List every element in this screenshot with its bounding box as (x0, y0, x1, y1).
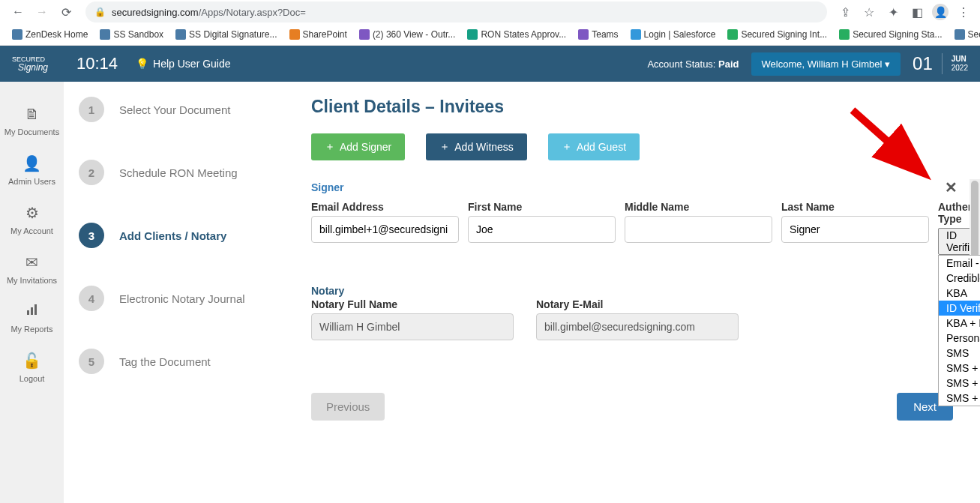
logo[interactable]: SECUREDSigning (12, 52, 64, 75)
notary-name-input (311, 313, 514, 340)
middle-name-input[interactable] (625, 216, 772, 243)
unlock-icon: 🔓 (22, 352, 41, 370)
nav-my-invitations[interactable]: ✉My Invitations (0, 244, 64, 294)
svg-rect-3 (31, 307, 33, 315)
plus-icon: ＋ (325, 140, 335, 154)
profile-avatar[interactable]: 👤 (932, 4, 949, 20)
bookmark-item[interactable]: Secured Signing Sta... (835, 28, 946, 41)
previous-button[interactable]: Previous (311, 393, 385, 421)
nav-my-reports[interactable]: My Reports (0, 294, 64, 343)
dropdown-option[interactable]: SMS + KBA + ID Verification (939, 391, 980, 406)
dropdown-option[interactable]: SMS (939, 346, 980, 361)
envelope-icon: ✉ (25, 253, 38, 271)
extensions-icon[interactable]: ✦ (884, 3, 902, 21)
nav-my-account[interactable]: ⚙My Account (0, 195, 64, 244)
plus-icon: ＋ (439, 140, 450, 154)
label-notary-name: Notary Full Name (311, 298, 514, 310)
bookmark-item[interactable]: RON States Approv... (463, 28, 571, 41)
bookmark-item[interactable]: Secured Signing - A... (950, 28, 980, 41)
menu-icon[interactable]: ⋮ (955, 3, 973, 21)
label-notary-email: Notary E-Mail (536, 298, 739, 310)
reload-button[interactable]: ⟳ (55, 1, 76, 22)
dropdown-option[interactable]: Personal Knowledge (939, 331, 980, 346)
account-status: Account Status: Paid (647, 58, 739, 70)
svg-rect-2 (27, 310, 29, 315)
user-icon: 👤 (22, 154, 41, 172)
label-first-name: First Name (468, 201, 616, 213)
plus-icon: ＋ (562, 140, 572, 154)
add-witness-button[interactable]: ＋Add Witness (426, 133, 527, 160)
bulb-icon: 💡 (136, 58, 148, 70)
svg-text:Signing: Signing (18, 62, 48, 73)
panel-title: Client Details – Invitees (311, 97, 958, 117)
dropdown-option[interactable]: Email - Pass Code (939, 256, 980, 271)
add-signer-button[interactable]: ＋Add Signer (311, 133, 405, 160)
close-icon[interactable]: ✕ (945, 178, 958, 196)
bookmark-item[interactable]: ZenDesk Home (7, 28, 92, 41)
email-input[interactable] (311, 216, 459, 243)
dropdown-option[interactable]: SMS + ID Verification (939, 361, 980, 376)
first-name-input[interactable] (468, 216, 616, 243)
step-2[interactable]: 2Schedule RON Meeting (79, 160, 289, 185)
bookmark-item[interactable]: SharePoint (285, 28, 352, 41)
auth-type-dropdown: Email - Pass Code Credible Witness - Pas… (938, 255, 980, 406)
dropdown-option[interactable]: SMS + KBA (939, 376, 980, 391)
bookmark-item[interactable]: Teams (574, 28, 622, 41)
panel-icon[interactable]: ◧ (908, 3, 926, 21)
notary-section-label: Notary (311, 285, 958, 297)
url-domain: securedsigning.com (112, 7, 199, 18)
bookmark-item[interactable]: SS Digital Signature... (171, 28, 281, 41)
nav-my-documents[interactable]: 🗎My Documents (0, 97, 64, 145)
side-nav: 🗎My Documents 👤Admin Users ⚙My Account ✉… (0, 82, 64, 503)
bookmark-item[interactable]: SS Sandbox (95, 28, 168, 41)
share-icon[interactable]: ⇪ (836, 3, 854, 21)
help-link[interactable]: 💡 Help User Guide (136, 58, 231, 70)
step-4[interactable]: 4Electronic Notary Journal (79, 286, 289, 311)
step-1[interactable]: 1Select Your Document (79, 97, 289, 122)
date-display: 01 JUN 2022 (913, 53, 968, 74)
notary-email-input (536, 313, 739, 340)
add-guest-button[interactable]: ＋Add Guest (548, 133, 640, 160)
label-last-name: Last Name (781, 201, 929, 213)
gear-icon: ⚙ (25, 204, 39, 222)
wizard-steps: 1Select Your Document 2Schedule RON Meet… (79, 97, 304, 503)
welcome-user-button[interactable]: Welcome, William H Gimbel ▾ (751, 52, 901, 76)
dropdown-option[interactable]: ID Verification (939, 301, 980, 316)
star-icon[interactable]: ☆ (860, 3, 878, 21)
bookmark-item[interactable]: (2) 360 View - Outr... (355, 28, 460, 41)
bookmark-item[interactable]: Secured Signing Int... (723, 28, 832, 41)
url-bar[interactable]: 🔒 securedsigning.com/Apps/Notary.aspx?Do… (85, 1, 827, 22)
forward-button[interactable]: → (31, 1, 52, 22)
last-name-input[interactable] (781, 216, 929, 243)
nav-logout[interactable]: 🔓Logout (0, 343, 64, 392)
dropdown-option[interactable]: KBA (939, 286, 980, 301)
back-button[interactable]: ← (7, 1, 28, 22)
url-path: /Apps/Notary.aspx?Doc= (199, 7, 306, 18)
bookmark-item[interactable]: Login | Salesforce (626, 28, 721, 41)
nav-admin-users[interactable]: 👤Admin Users (0, 145, 64, 195)
dropdown-option[interactable]: KBA + ID Verification (939, 316, 980, 331)
main-panel: Client Details – Invitees ＋Add Signer ＋A… (304, 97, 980, 503)
document-icon: 🗎 (25, 106, 40, 123)
step-5[interactable]: 5Tag the Document (79, 349, 289, 374)
step-3[interactable]: 3Add Clients / Notary (79, 223, 289, 248)
app-header: SECUREDSigning 10:14 💡 Help User Guide A… (0, 46, 980, 82)
label-email: Email Address (311, 201, 459, 213)
dropdown-option[interactable]: Credible Witness - Pass Code (939, 271, 980, 286)
bookmarks-bar: ZenDesk Home SS Sandbox SS Digital Signa… (0, 24, 980, 45)
chart-icon (25, 303, 39, 320)
lock-icon: 🔒 (94, 7, 106, 17)
caret-down-icon: ▾ (885, 58, 890, 70)
label-middle-name: Middle Name (625, 201, 772, 213)
svg-rect-4 (34, 304, 37, 315)
time-display: 10:14 (76, 54, 118, 73)
signer-section-label: Signer (311, 181, 344, 193)
